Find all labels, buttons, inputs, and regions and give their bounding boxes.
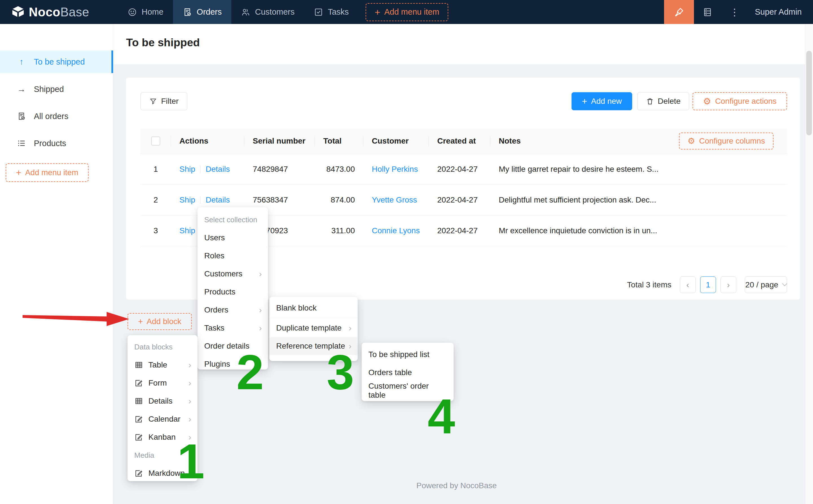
nav-item-orders[interactable]: Orders	[173, 0, 231, 24]
customer-link[interactable]: Connie Lyons	[372, 226, 420, 235]
select-all-checkbox[interactable]	[151, 137, 160, 146]
chevron-right-icon: ›	[259, 305, 262, 315]
ship-link[interactable]: Ship	[179, 226, 195, 235]
menu-item-details[interactable]: Details ›	[128, 392, 197, 410]
col-header-created-at: Created at	[429, 129, 490, 154]
scrollbar-thumb[interactable]	[806, 51, 812, 135]
details-link[interactable]: Details	[206, 195, 230, 204]
chevron-down-icon	[782, 281, 787, 286]
menu-item-label: Kanban	[148, 433, 176, 442]
menu-item-label: Details	[148, 397, 173, 406]
chevron-right-icon: ›	[188, 378, 191, 388]
collection-item-products[interactable]: Products	[197, 283, 268, 301]
menu-item-calendar[interactable]: Calendar ›	[128, 410, 197, 428]
configure-columns-label: Configure columns	[699, 137, 765, 146]
col-header-serial: Serial number	[244, 129, 315, 154]
customer-cell: Yvette Gross	[363, 184, 429, 215]
filter-button[interactable]: Filter	[140, 92, 187, 110]
collection-item-users[interactable]: Users	[197, 229, 268, 247]
gear-icon: ⚙	[703, 97, 711, 106]
trash-icon	[646, 97, 654, 105]
navbar-add-menu-item-label: Add menu item	[384, 7, 439, 17]
configure-actions-button[interactable]: ⚙ Configure actions	[693, 92, 787, 110]
navbar-add-menu-item-button[interactable]: + Add menu item	[366, 3, 448, 21]
plus-icon: +	[375, 7, 380, 17]
sidebar-item-products[interactable]: Products	[0, 132, 113, 155]
collection-item-customers[interactable]: Customers›	[197, 265, 268, 283]
red-arrow-annotation	[23, 310, 133, 330]
ship-link[interactable]: Ship	[179, 165, 195, 173]
collections-button[interactable]	[694, 0, 721, 24]
ui-editor-button[interactable]	[664, 0, 694, 24]
menu-item-orders-table[interactable]: Orders table	[362, 364, 454, 382]
page-size-select[interactable]: 20 / page	[745, 276, 787, 293]
menu-item-label: Orders table	[368, 368, 412, 377]
annotation-step-3: 3	[327, 347, 354, 397]
edit-square-icon	[134, 378, 143, 388]
nav-item-tasks[interactable]: Tasks	[304, 0, 358, 24]
select-collection-title: Select collection	[197, 211, 268, 229]
total-cell: 8473.00	[315, 154, 363, 184]
file-check-icon	[16, 112, 27, 121]
ellipsis-icon: ⋮	[730, 6, 739, 18]
nav-item-customers[interactable]: Customers	[231, 0, 304, 24]
customer-link[interactable]: Holly Perkins	[372, 165, 418, 173]
plus-icon: +	[582, 97, 587, 106]
customer-link[interactable]: Yvette Gross	[372, 195, 417, 204]
menu-item-label: Form	[148, 378, 167, 388]
customer-cell: Connie Lyons	[363, 215, 429, 246]
sidebar-add-menu-item-button[interactable]: + Add menu item	[6, 163, 89, 182]
row-index: 1	[140, 154, 171, 184]
check-square-icon	[314, 7, 323, 17]
menu-item-label: Orders	[204, 305, 228, 314]
menu-item-form[interactable]: Form ›	[128, 374, 197, 392]
notes-cell: Mr excellence inquietude conviction is i…	[490, 215, 787, 246]
created-at-cell: 2022-04-27	[429, 215, 490, 246]
delete-button[interactable]: Delete	[637, 92, 689, 110]
collection-item-roles[interactable]: Roles	[197, 247, 268, 265]
nav-item-label: Home	[142, 7, 163, 17]
sidebar: ↑ To be shipped → Shipped All orders	[0, 24, 113, 504]
menu-item-duplicate-template[interactable]: Duplicate template›	[269, 319, 358, 337]
page-1-button[interactable]: 1	[700, 276, 716, 293]
configure-actions-label: Configure actions	[715, 97, 777, 106]
next-page-button[interactable]: ›	[720, 276, 736, 293]
page-size-value: 20 / page	[745, 280, 778, 289]
collection-item-orders[interactable]: Orders›	[197, 301, 268, 319]
user-menu[interactable]: Super Admin	[748, 7, 813, 17]
nav-item-home[interactable]: Home	[118, 0, 173, 24]
menu-item-to-be-shipped-list[interactable]: To be shipped list	[362, 345, 454, 364]
menu-item-blank-block[interactable]: Blank block	[269, 299, 358, 317]
sidebar-item-to-be-shipped[interactable]: ↑ To be shipped	[0, 50, 113, 73]
more-menu-button[interactable]: ⋮	[721, 0, 748, 24]
scrollbar-track[interactable]	[805, 24, 813, 504]
annotation-step-1: 1	[177, 437, 205, 486]
pagination-total: Total 3 items	[627, 280, 671, 289]
edit-square-icon	[134, 469, 143, 478]
sidebar-item-shipped[interactable]: → Shipped	[0, 78, 113, 100]
add-new-button[interactable]: + Add new	[572, 92, 632, 110]
chevron-right-icon: ›	[259, 269, 262, 279]
menu-item-label: Table	[148, 360, 167, 369]
arrow-up-icon: ↑	[16, 57, 27, 67]
add-block-button[interactable]: + Add block	[128, 313, 192, 330]
powered-by-footer: Powered by NocoBase	[113, 481, 800, 490]
total-cell: 874.00	[315, 184, 363, 215]
menu-item-label: Customers	[204, 269, 242, 278]
select-all-cell	[140, 129, 171, 154]
prev-page-button[interactable]: ‹	[680, 276, 696, 293]
collection-item-tasks[interactable]: Tasks›	[197, 319, 268, 337]
menu-item-table[interactable]: Table ›	[128, 356, 197, 374]
menu-item-label: To be shipped list	[368, 350, 429, 359]
action-divider	[200, 197, 201, 204]
people-icon	[241, 7, 251, 17]
sidebar-item-all-orders[interactable]: All orders	[0, 105, 113, 127]
data-blocks-title: Data blocks	[128, 338, 197, 356]
details-link[interactable]: Details	[206, 165, 230, 173]
configure-columns-button[interactable]: ⚙ Configure columns	[679, 133, 774, 149]
table-row: 1 ShipDetails 74829847 8473.00 Holly Per…	[140, 154, 787, 184]
nocobase-logo[interactable]: NocoBase	[0, 5, 110, 19]
ship-link[interactable]: Ship	[179, 195, 195, 204]
notes-cell: Delightful met sufficient projection ask…	[490, 184, 787, 215]
annotation-step-2: 2	[236, 347, 264, 397]
